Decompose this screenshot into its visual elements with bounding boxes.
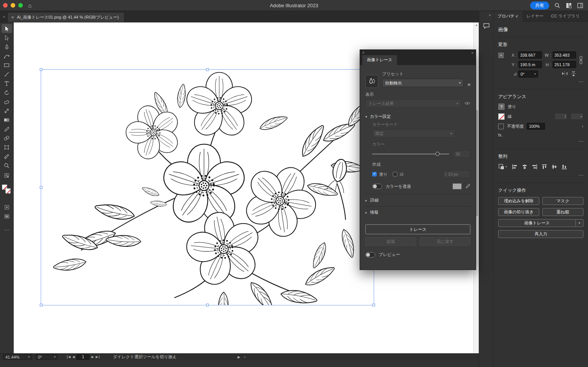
rotation-select[interactable]: 0° ▾: [36, 354, 58, 360]
previous-artboard-button[interactable]: ◀: [72, 355, 75, 359]
ignore-color-toggle[interactable]: [372, 184, 382, 189]
transform-more-options-icon[interactable]: ⋯: [498, 80, 583, 85]
comments-panel-icon[interactable]: [482, 22, 491, 30]
tab-cc-libraries[interactable]: CC ライブラリ: [547, 11, 583, 22]
slice-tool[interactable]: [2, 152, 12, 161]
align-to-select[interactable]: ▾: [498, 164, 507, 170]
blend-tool[interactable]: [2, 133, 12, 143]
fx-label[interactable]: fx.: [498, 133, 583, 137]
info-section-header[interactable]: ▸ 情報: [365, 206, 470, 218]
share-button[interactable]: 共有: [530, 2, 549, 10]
draw-mode-icon[interactable]: [2, 203, 12, 212]
screen-mode-icon[interactable]: [2, 212, 12, 221]
unembed-button[interactable]: 埋め込みを解除: [498, 197, 539, 205]
type-tool[interactable]: [2, 79, 12, 88]
edit-toolbar-icon[interactable]: [2, 171, 12, 180]
status-back-icon[interactable]: ‹: [244, 355, 245, 359]
eraser-tool[interactable]: [2, 97, 12, 106]
window-zoom-button[interactable]: [18, 3, 23, 8]
toolbar-more-icon[interactable]: ⋯: [4, 227, 9, 233]
stroke-width-stepper[interactable]: ▴▾: [555, 113, 567, 120]
zoom-select[interactable]: 41.44% ▾: [3, 354, 32, 360]
eyedropper-tool[interactable]: [2, 124, 12, 133]
x-input[interactable]: [518, 51, 542, 59]
w-input[interactable]: [553, 51, 576, 59]
align-bottom-icon[interactable]: [561, 163, 568, 170]
window-close-button[interactable]: [3, 3, 8, 8]
image-trace-panel-tab[interactable]: 画像トレース: [362, 55, 397, 65]
artboard-number-input[interactable]: [76, 354, 89, 360]
align-top-icon[interactable]: [541, 163, 548, 170]
tab-overflow-icon[interactable]: »: [0, 14, 7, 22]
advanced-section-header[interactable]: ▸ 詳細: [365, 194, 470, 206]
direct-selection-tool[interactable]: [2, 33, 12, 42]
stroke-width-select[interactable]: ▾: [570, 113, 583, 120]
align-more-options-icon[interactable]: ⋯: [498, 173, 583, 179]
pen-tool[interactable]: [2, 42, 12, 51]
scroll-up-icon[interactable]: ▴: [474, 22, 479, 28]
opacity-value-select[interactable]: 100%: [527, 123, 545, 130]
selection-handle[interactable]: [373, 304, 375, 307]
align-right-icon[interactable]: [531, 163, 538, 170]
ignore-color-swatch[interactable]: [453, 183, 462, 189]
align-left-icon[interactable]: [511, 163, 518, 170]
appearance-more-options-icon[interactable]: ⋯: [498, 140, 583, 145]
arrange-button[interactable]: 重ね順: [542, 208, 583, 216]
image-trace-button[interactable]: 画像トレース: [498, 219, 576, 227]
panel-collapse-icon[interactable]: «: [471, 51, 473, 55]
align-center-horizontal-icon[interactable]: [521, 163, 528, 170]
stroke-none-swatch[interactable]: [498, 113, 505, 120]
image-trace-preset-chevron-icon[interactable]: ▾: [576, 219, 583, 227]
selection-handle[interactable]: [40, 68, 43, 71]
status-play-icon[interactable]: ▶: [237, 355, 240, 359]
selection-tool[interactable]: [2, 24, 12, 33]
scale-tool[interactable]: [2, 106, 12, 115]
fill-stroke-indicator[interactable]: [2, 184, 12, 200]
search-icon[interactable]: [554, 2, 561, 9]
last-artboard-button[interactable]: ▶: [96, 355, 99, 359]
stroke-checkbox[interactable]: [393, 172, 397, 176]
opacity-options-icon[interactable]: ›: [582, 124, 583, 129]
link-dimensions-icon[interactable]: [578, 51, 583, 80]
tab-layers[interactable]: レイヤー: [523, 11, 547, 22]
reinput-button[interactable]: 再入力: [498, 230, 583, 238]
stroke-swatch-none[interactable]: [5, 188, 11, 194]
zoom-tool[interactable]: [2, 161, 12, 170]
panel-close-icon[interactable]: ×: [362, 51, 365, 55]
workspace-switcher-icon[interactable]: [565, 2, 572, 9]
rectangle-tool[interactable]: [2, 60, 12, 70]
panel-layout-icon[interactable]: [577, 2, 583, 9]
tab-close-icon[interactable]: ×: [11, 15, 14, 20]
paintbrush-tool[interactable]: [2, 70, 12, 79]
gradient-tool[interactable]: [2, 115, 12, 124]
align-center-vertical-icon[interactable]: [551, 163, 558, 170]
placed-image-object[interactable]: [41, 70, 374, 305]
selection-handle[interactable]: [206, 68, 209, 71]
home-icon[interactable]: ⌂: [28, 2, 32, 9]
window-minimize-button[interactable]: [11, 3, 15, 8]
dock-collapse-icon[interactable]: «: [489, 13, 491, 17]
artboard-tool[interactable]: [2, 143, 12, 152]
reference-point-selector[interactable]: [498, 51, 507, 80]
mask-button[interactable]: マスク: [542, 197, 583, 205]
crop-image-button[interactable]: 画像の切り抜き: [498, 208, 539, 216]
trace-button[interactable]: トレース: [365, 224, 470, 234]
preview-toggle[interactable]: [365, 252, 375, 257]
first-artboard-button[interactable]: ◀: [67, 355, 70, 359]
rotation-angle-select[interactable]: 0° ▾: [518, 70, 538, 78]
preset-select[interactable]: 自動検出 ▾: [382, 79, 464, 87]
preset-menu-icon[interactable]: ≡: [467, 82, 470, 88]
curvature-tool[interactable]: [2, 51, 12, 60]
flip-vertical-icon[interactable]: [571, 71, 576, 77]
selection-handle[interactable]: [206, 304, 209, 307]
eyedropper-icon[interactable]: [465, 183, 470, 189]
h-input[interactable]: [553, 61, 576, 68]
fill-checkbox[interactable]: [372, 172, 377, 176]
rotate-tool[interactable]: [2, 88, 12, 97]
next-artboard-button[interactable]: ▶: [91, 355, 94, 359]
flip-horizontal-icon[interactable]: [562, 71, 568, 77]
selection-handle[interactable]: [40, 304, 43, 307]
tab-properties[interactable]: プロパティ: [494, 11, 523, 22]
fill-unknown-badge[interactable]: ?: [498, 103, 505, 110]
selection-handle[interactable]: [40, 186, 43, 189]
